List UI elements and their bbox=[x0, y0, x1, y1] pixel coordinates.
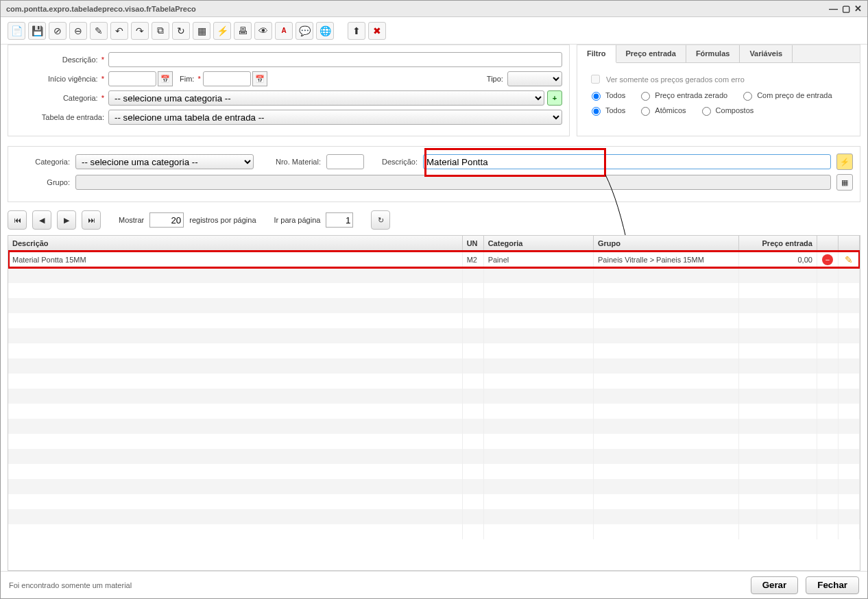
eye-icon[interactable]: 👁 bbox=[254, 22, 272, 40]
edit-icon[interactable]: ✎ bbox=[90, 22, 108, 40]
new-icon[interactable]: 📄 bbox=[8, 22, 25, 40]
radio-preco-zerado[interactable] bbox=[641, 92, 650, 101]
col-action-del bbox=[817, 236, 838, 251]
search-descricao-label: Descrição: bbox=[370, 158, 418, 166]
prev-page-icon[interactable]: ◀ bbox=[32, 210, 51, 230]
table-row bbox=[8, 283, 860, 298]
pager: ⏮ ◀ ▶ ⏭ Mostrar registros por página Ir … bbox=[1, 205, 867, 235]
upload-icon[interactable]: ⬆ bbox=[348, 22, 365, 40]
radio-todos-1[interactable] bbox=[592, 92, 601, 101]
tab-filtro[interactable]: Filtro bbox=[577, 45, 616, 63]
table-row bbox=[8, 343, 860, 358]
refresh-icon[interactable]: ↻ bbox=[172, 22, 190, 40]
tabela-entrada-label: Tabela de entrada: bbox=[15, 113, 104, 121]
grupo-input[interactable] bbox=[75, 175, 831, 190]
globe-icon[interactable]: 🌐 bbox=[316, 22, 334, 40]
cell-categoria: Painel bbox=[483, 251, 593, 268]
tab-preco-entrada[interactable]: Preço entrada bbox=[616, 45, 686, 62]
tipo-label: Tipo: bbox=[487, 75, 503, 83]
status-message: Foi encontrado somente um material bbox=[9, 581, 132, 589]
close-icon[interactable]: ✕ bbox=[854, 3, 862, 14]
radio-compostos[interactable] bbox=[702, 107, 711, 116]
descricao-label: Descrição: bbox=[62, 56, 98, 64]
ir-para-pagina-input[interactable] bbox=[326, 212, 353, 228]
cancel-icon[interactable]: ⊘ bbox=[49, 22, 67, 40]
redo-icon[interactable]: ↷ bbox=[131, 22, 149, 40]
window-title: com.pontta.expro.tabeladepreco.visao.frT… bbox=[6, 5, 196, 13]
nro-material-input[interactable] bbox=[326, 154, 364, 169]
main-toolbar: 📄 💾 ⊘ ⊖ ✎ ↶ ↷ ⧉ ↻ ▦ ⚡ 🖶 👁 A 💬 🌐 ⬆ ✖ bbox=[1, 17, 867, 45]
filter-panel: Filtro Preço entrada Fórmulas Variáveis … bbox=[577, 45, 860, 136]
categoria-label: Categoria: bbox=[63, 94, 98, 102]
categoria-select[interactable]: -- selecione uma categoria -- bbox=[108, 90, 544, 106]
mostrar-suffix: registros por página bbox=[189, 216, 256, 224]
col-categoria[interactable]: Categoria bbox=[483, 236, 593, 251]
reload-icon[interactable]: ↻ bbox=[371, 210, 390, 230]
mostrar-input[interactable] bbox=[149, 212, 184, 228]
col-descricao[interactable]: Descrição bbox=[8, 236, 462, 251]
gerar-button[interactable]: Gerar bbox=[751, 576, 799, 594]
annotation-highlight bbox=[424, 148, 606, 177]
tab-formulas[interactable]: Fórmulas bbox=[686, 45, 740, 62]
table-row bbox=[8, 298, 860, 313]
radio-atomicos[interactable] bbox=[641, 107, 650, 116]
col-un[interactable]: UN bbox=[462, 236, 483, 251]
grid-icon[interactable]: ▦ bbox=[193, 22, 210, 40]
minimize-icon[interactable]: — bbox=[829, 3, 838, 14]
calendar-icon[interactable]: 📅 bbox=[158, 71, 173, 86]
cell-preco-entrada: 0,00 bbox=[739, 251, 817, 268]
table-row bbox=[8, 313, 860, 328]
edit-row-icon[interactable]: ✎ bbox=[845, 254, 853, 265]
titlebar: com.pontta.expro.tabeladepreco.visao.frT… bbox=[1, 1, 867, 17]
undo-icon[interactable]: ↶ bbox=[110, 22, 128, 40]
tipo-select[interactable] bbox=[507, 71, 562, 86]
table-row bbox=[8, 464, 860, 479]
fechar-button[interactable]: Fechar bbox=[806, 576, 859, 594]
descricao-input[interactable] bbox=[108, 52, 562, 67]
inicio-vigencia-input[interactable] bbox=[108, 71, 156, 86]
tab-variaveis[interactable]: Variáveis bbox=[740, 45, 793, 62]
search-categoria-label: Categoria: bbox=[15, 158, 70, 166]
bolt-icon[interactable]: ⚡ bbox=[213, 22, 231, 40]
search-categoria-select[interactable]: -- selecione uma categoria -- bbox=[75, 154, 254, 169]
tabela-entrada-select[interactable]: -- selecione uma tabela de entrada -- bbox=[108, 110, 562, 125]
table-row bbox=[8, 389, 860, 404]
chat-icon[interactable]: 💬 bbox=[296, 22, 313, 40]
copy-icon[interactable]: ⧉ bbox=[152, 22, 169, 40]
results-grid: Descrição UN Categoria Grupo Preço entra… bbox=[8, 235, 860, 571]
radio-todos-2[interactable] bbox=[592, 107, 601, 116]
nro-material-label: Nro. Material: bbox=[259, 158, 321, 166]
minus-icon[interactable]: ⊖ bbox=[69, 22, 87, 40]
calendar-icon[interactable]: 📅 bbox=[252, 71, 267, 86]
delete-row-icon[interactable]: − bbox=[822, 254, 833, 265]
search-area: Categoria: -- selecione uma categoria --… bbox=[8, 146, 860, 202]
table-row bbox=[8, 374, 860, 389]
grupo-picker-icon[interactable]: ▦ bbox=[836, 174, 853, 191]
print-icon[interactable]: 🖶 bbox=[234, 22, 252, 40]
table-row bbox=[8, 268, 860, 283]
ver-somente-label: Ver somente os preços gerados com erro bbox=[606, 75, 745, 84]
col-preco-entrada[interactable]: Preço entrada bbox=[739, 236, 817, 251]
col-action-edit bbox=[838, 236, 859, 251]
next-page-icon[interactable]: ▶ bbox=[57, 210, 76, 230]
table-row bbox=[8, 404, 860, 419]
grupo-label: Grupo: bbox=[15, 178, 70, 186]
pdf-icon[interactable]: A bbox=[275, 22, 293, 40]
cell-descricao: Material Pontta 15MM bbox=[8, 251, 462, 268]
inicio-vigencia-label: Início vigência: bbox=[48, 75, 98, 83]
ver-somente-checkbox bbox=[591, 75, 600, 84]
footer: Foi encontrado somente um material Gerar… bbox=[1, 571, 867, 598]
table-row bbox=[8, 449, 860, 464]
table-row[interactable]: Material Pontta 15MMM2PainelPaineis Vitr… bbox=[8, 251, 860, 268]
maximize-icon[interactable]: ▢ bbox=[842, 3, 850, 14]
first-page-icon[interactable]: ⏮ bbox=[8, 210, 27, 230]
table-row bbox=[8, 434, 860, 449]
last-page-icon[interactable]: ⏭ bbox=[82, 210, 101, 230]
add-categoria-icon[interactable]: + bbox=[547, 90, 562, 106]
bolt-search-icon[interactable]: ⚡ bbox=[836, 154, 853, 170]
save-icon[interactable]: 💾 bbox=[28, 22, 46, 40]
tools-icon[interactable]: ✖ bbox=[368, 22, 386, 40]
radio-com-preco[interactable] bbox=[743, 92, 752, 101]
fim-input[interactable] bbox=[203, 71, 251, 86]
col-grupo[interactable]: Grupo bbox=[594, 236, 739, 251]
